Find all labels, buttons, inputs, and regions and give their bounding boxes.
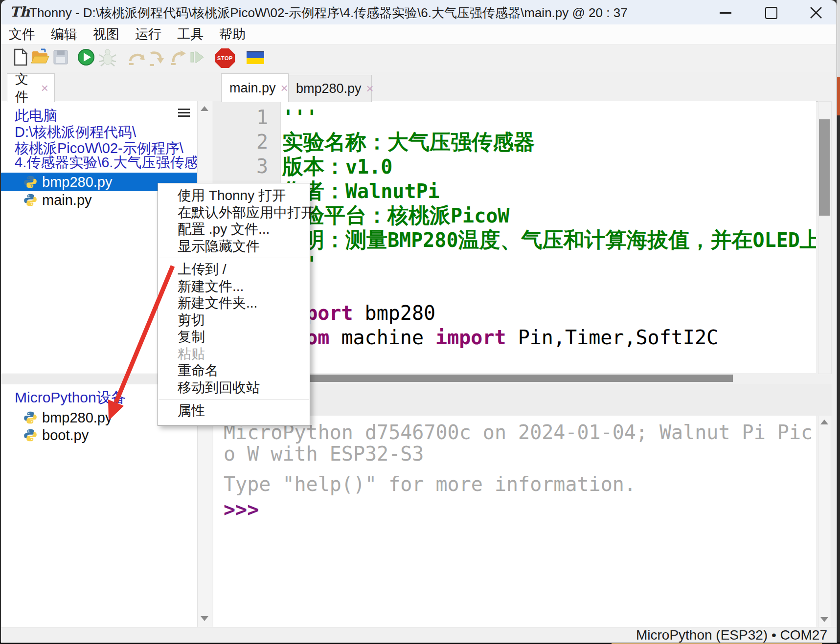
python-file-icon (23, 175, 37, 189)
tree-path-line[interactable]: 核桃派PicoW\02-示例程序\ (15, 140, 183, 156)
file-name: boot.py (42, 427, 89, 444)
close-icon (809, 6, 823, 20)
code-line: 实验平台：核桃派PicoW (282, 203, 509, 227)
ukraine-flag-icon (247, 51, 264, 65)
menu-bar: 文件编辑视图运行工具帮助 (1, 24, 836, 44)
stop-icon: STOP (215, 48, 235, 68)
tab-close-icon[interactable]: × (41, 81, 54, 96)
tree-path-line[interactable]: 此电脑 (15, 108, 57, 123)
code-segment: Pin,Timer,SoftI2C (506, 326, 718, 349)
minimize-icon (720, 12, 731, 14)
code-segment: 上 (800, 227, 816, 252)
code-segment: machine (329, 326, 435, 349)
menu-separator (159, 399, 309, 400)
file-name: main.py (42, 192, 92, 208)
toolbar-new-file-button[interactable] (11, 48, 30, 68)
thonny-logo-icon: Th (10, 4, 30, 20)
thonny-app: Th Thonny - D:\核桃派例程代码\核桃派PicoW\02-示例程序\… (0, 0, 840, 644)
toolbar-resume-button[interactable] (187, 48, 206, 68)
toolbar-ukraine-flag-button[interactable] (246, 48, 265, 68)
menu-item-剪切[interactable]: 剪切 (158, 312, 310, 329)
tab-files-label: 文件 (7, 70, 41, 106)
menubar-item-4[interactable]: 运行 (127, 24, 169, 44)
toolbar-stop-button[interactable]: STOP (215, 48, 235, 68)
menu-item-移动到回收站[interactable]: 移动到回收站 (158, 379, 310, 397)
menubar-item-5[interactable]: 工具 (169, 24, 211, 44)
menubar-item-3[interactable]: 视图 (85, 24, 127, 44)
tab-close-icon[interactable]: × (366, 81, 380, 96)
code-segment: ''' (282, 106, 318, 129)
code-segment: v1.0 (345, 155, 392, 178)
code-line: 版本：v1.0 (282, 154, 392, 178)
code-line: 说明：测量BMP280温度、气压和计算海拔值，并在OLED上 (282, 227, 816, 252)
panel-menu-icon[interactable] (178, 109, 190, 120)
status-bar: MicroPython (ESP32) • COM27 (1, 627, 836, 643)
editor-tab-bmp280.py[interactable]: bmp280.py× (288, 75, 372, 102)
menu-item-重命名[interactable]: 重命名 (158, 362, 310, 379)
toolbar-step-over-button[interactable] (127, 48, 147, 68)
shell-panel[interactable]: MicroPython d7546700c on 2024-01-04; Wal… (213, 416, 816, 627)
menu-item-显示隐藏文件[interactable]: 显示隐藏文件 (158, 238, 310, 255)
tab-close-icon[interactable]: × (281, 81, 294, 96)
toolbar-debug-button[interactable] (98, 48, 117, 68)
context-menu: 使用 Thonny 打开在默认外部应用中打开配置 .py 文件...显示隐藏文件… (158, 183, 310, 426)
editor-tab-main.py[interactable]: main.py× (221, 73, 289, 102)
file-name: bmp280.py (42, 174, 113, 190)
minimize-button[interactable] (712, 4, 739, 22)
code-line: ''' (282, 105, 318, 130)
code-segment: 温度、气压和计算海拔值，并在 (458, 227, 753, 252)
toolbar-save-button[interactable] (51, 48, 70, 68)
code-segment: WalnutPi (345, 180, 440, 202)
code-segment: PicoW (451, 204, 509, 227)
interpreter-status[interactable]: MicroPython (ESP32) • COM27 (636, 627, 836, 643)
tree-path-line[interactable]: D:\核桃派例程代码\ (15, 124, 136, 140)
close-button[interactable] (802, 4, 830, 22)
line-number: 2 (213, 130, 268, 154)
toolbar: STOP (1, 44, 836, 72)
menu-item-在默认外部应用中打开[interactable]: 在默认外部应用中打开 (158, 204, 310, 222)
scroll-up-icon[interactable] (201, 106, 208, 111)
new-file-icon (11, 47, 30, 69)
code-segment: BMP280 (387, 229, 458, 251)
code-segment: import (435, 326, 506, 349)
editor-tab-label: main.py (222, 81, 281, 96)
open-folder-icon (30, 47, 50, 69)
toolbar-step-out-button[interactable] (167, 48, 187, 68)
stop-label: STOP (217, 55, 233, 61)
shell-scrollbar[interactable] (818, 416, 831, 627)
toolbar-step-into-button[interactable] (147, 48, 166, 68)
tree-path-line[interactable]: 4.传感器实验\6.大气压强传感器 (15, 155, 212, 170)
tab-files[interactable]: 文件 × (7, 73, 55, 102)
menu-item-新建文件...[interactable]: 新建文件... (158, 278, 310, 295)
debug-icon (98, 47, 117, 69)
menubar-item-6[interactable]: 帮助 (211, 24, 253, 44)
toolbar-run-button[interactable] (76, 48, 96, 68)
menu-item-属性[interactable]: 属性 (158, 402, 310, 420)
menu-item-上传到 /[interactable]: 上传到 / (158, 261, 310, 278)
editor-vertical-scrollbar[interactable] (818, 101, 832, 374)
shell-output-line: MicroPython d7546700c on 2024-01-04; Wal… (224, 422, 813, 443)
menu-item-配置 .py 文件...[interactable]: 配置 .py 文件... (158, 221, 310, 238)
code-segment: 版本： (282, 154, 345, 178)
step-out-icon (167, 47, 187, 69)
maximize-button[interactable] (757, 4, 785, 22)
menubar-item-2[interactable]: 编辑 (43, 24, 85, 44)
line-number: 1 (213, 105, 268, 130)
line-number: 3 (213, 154, 268, 178)
scrollbar-thumb[interactable] (819, 119, 830, 216)
shell-output-line: o W with ESP32-S3 (224, 443, 424, 465)
scroll-up-icon[interactable] (820, 420, 828, 424)
menu-item-使用 Thonny 打开[interactable]: 使用 Thonny 打开 (158, 187, 310, 204)
shell-prompt[interactable]: >>> (224, 499, 259, 520)
menubar-item-1[interactable]: 文件 (1, 24, 43, 44)
toolbar-open-folder-button[interactable] (30, 48, 50, 68)
device-file-item-boot.py[interactable]: boot.py (1, 426, 197, 444)
scroll-down-icon[interactable] (201, 616, 208, 621)
scroll-down-icon[interactable] (820, 617, 828, 622)
editor-tab-label: bmp280.py (288, 81, 366, 96)
device-panel-header: MicroPython设备 (15, 388, 126, 408)
menu-item-复制[interactable]: 复制 (158, 329, 310, 346)
python-file-icon (23, 193, 37, 207)
menu-item-新建文件夹...[interactable]: 新建文件夹... (158, 295, 310, 312)
menu-separator (159, 258, 309, 258)
